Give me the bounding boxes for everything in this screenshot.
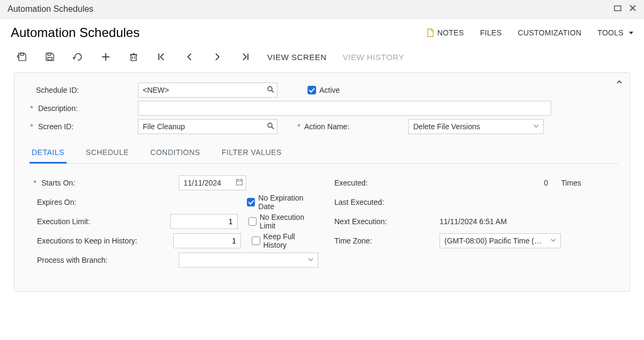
save-and-close-button[interactable] [16,51,28,63]
page-header: Automation Schedules NOTES FILES CUSTOMI… [11,25,633,40]
svg-rect-5 [48,57,52,60]
action-name-label: Action Name: [304,122,408,131]
screen-id-label: Screen ID: [38,122,74,131]
tab-conditions[interactable]: CONDITIONS [149,144,201,163]
time-zone-label: Time Zone: [334,236,440,245]
notes-icon [427,28,434,37]
prev-button[interactable] [184,51,195,63]
notes-label: NOTES [437,28,464,37]
customization-link[interactable]: CUSTOMIZATION [518,28,582,37]
process-with-branch-select[interactable] [179,253,318,268]
next-button[interactable] [211,51,223,63]
executions-to-keep-label: Executions to Keep in History: [37,236,137,245]
action-name-select[interactable] [408,119,544,134]
schedule-id-label: Schedule ID: [25,86,138,94]
time-zone-select[interactable] [440,233,561,248]
first-button[interactable] [156,51,167,63]
active-label: Active [319,86,340,94]
execution-limit-label: Execution Limit: [37,217,90,226]
active-checkbox[interactable] [308,86,316,94]
tools-label: TOOLS [597,28,624,37]
process-with-branch-label: Process with Branch: [37,256,108,264]
tab-schedule[interactable]: SCHEDULE [85,144,130,163]
save-button[interactable] [44,51,56,63]
no-execution-limit-checkbox[interactable] [248,217,257,226]
keep-full-history-label: Keep Full History [264,232,318,249]
starts-on-label: Starts On: [41,179,75,187]
executed-value: 0 [508,179,557,187]
svg-rect-3 [20,53,24,55]
undo-button[interactable] [72,51,84,63]
customization-label: CUSTOMIZATION [518,28,582,37]
last-button[interactable] [239,51,251,63]
svg-rect-4 [48,53,51,55]
window-close-icon[interactable] [629,4,636,14]
screen-id-input[interactable] [138,119,277,134]
window-title: Automation Schedules [8,4,93,14]
keep-full-history-checkbox[interactable] [252,236,260,245]
schedule-id-input[interactable] [138,83,277,98]
executed-label: Executed: [334,179,440,187]
delete-button[interactable] [128,51,140,63]
window-controls [614,4,636,14]
files-label: FILES [480,28,501,37]
description-label: Description: [38,104,78,113]
files-link[interactable]: FILES [480,28,501,37]
collapse-icon[interactable] [616,78,623,87]
execution-limit-input[interactable] [170,214,238,229]
notes-link[interactable]: NOTES [427,28,464,37]
add-button[interactable] [100,51,112,63]
expires-on-label: Expires On: [37,198,76,206]
window-restore-icon[interactable] [614,4,623,14]
executions-to-keep-input[interactable] [173,233,241,248]
toolbar: VIEW SCREEN VIEW HISTORY [11,46,633,72]
tabs: DETAILS SCHEDULE CONDITIONS FILTER VALUE… [31,144,619,164]
no-execution-limit-label: No Execution Limit [260,213,318,230]
tools-link[interactable]: TOOLS [597,28,633,37]
chevron-down-icon [629,32,633,34]
times-label: Times [561,179,581,187]
details-panel: * Starts On: Expires On: [25,173,619,270]
page-content: Automation Schedules NOTES FILES CUSTOMI… [0,19,644,298]
tab-filter-values[interactable]: FILTER VALUES [221,144,283,163]
form-panel: Schedule ID: Active * Description: * [14,72,630,292]
view-history-button: VIEW HISTORY [343,53,405,62]
tab-details[interactable]: DETAILS [31,144,65,163]
view-screen-button[interactable]: VIEW SCREEN [267,53,327,62]
page-title: Automation Schedules [11,25,140,40]
svg-rect-8 [131,55,136,61]
svg-rect-19 [237,180,243,185]
next-execution-label: Next Execution: [334,217,440,226]
header-links: NOTES FILES CUSTOMIZATION TOOLS [427,28,633,37]
last-executed-label: Last Executed: [334,198,440,206]
window-title-bar: Automation Schedules [0,0,644,19]
calendar-icon[interactable] [236,179,243,188]
next-execution-value: 11/11/2024 6:51 AM [440,217,507,226]
svg-rect-0 [614,6,621,11]
no-expiration-checkbox[interactable] [247,198,255,206]
no-expiration-label: No Expiration Date [258,194,318,211]
description-input[interactable] [138,101,551,116]
